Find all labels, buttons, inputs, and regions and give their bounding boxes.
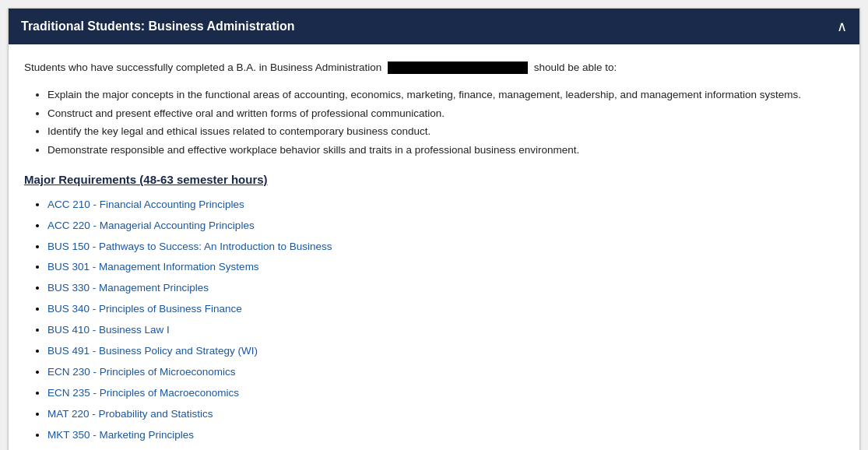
course-link-ecn230[interactable]: ECN 230 - Principles of Microeconomics: [47, 366, 236, 378]
panel-body: Students who have successfully completed…: [9, 44, 859, 450]
list-item: BUS 340 - Principles of Business Finance: [47, 300, 844, 318]
course-link-acc220[interactable]: ACC 220 - Managerial Accounting Principl…: [47, 220, 255, 231]
list-item: ECN 235 - Principles of Macroeconomics: [47, 384, 844, 403]
outcome-text-1: Explain the major concepts in the functi…: [47, 89, 801, 100]
outcome-item: Demonstrate responsible and effective wo…: [47, 142, 844, 159]
list-item: ACC 210 - Financial Accounting Principle…: [47, 195, 844, 214]
outcomes-list: Explain the major concepts in the functi…: [24, 86, 844, 158]
outcome-item: Construct and present effective oral and…: [47, 105, 844, 122]
intro-paragraph: Students who have successfully completed…: [24, 60, 844, 76]
list-item: BUS 301 - Management Information Systems: [47, 258, 844, 276]
panel-container: Traditional Students: Business Administr…: [8, 8, 860, 450]
course-list: ACC 210 - Financial Accounting Principle…: [24, 195, 844, 445]
outcome-text-3: Identify the key legal and ethical issue…: [47, 125, 430, 137]
list-item: ECN 230 - Principles of Microeconomics: [47, 363, 844, 381]
list-item: BUS 150 - Pathways to Success: An Introd…: [47, 237, 844, 256]
outcome-item: Explain the major concepts in the functi…: [47, 86, 844, 104]
intro-suffix: should be able to:: [534, 62, 617, 73]
major-requirements-heading: Major Requirements (48-63 semester hours…: [24, 173, 844, 186]
list-item: BUS 330 - Management Principles: [47, 279, 844, 297]
course-link-bus491[interactable]: BUS 491 - Business Policy and Strategy (…: [47, 345, 258, 357]
outcome-item: Identify the key legal and ethical issue…: [47, 123, 844, 140]
course-link-bus330[interactable]: BUS 330 - Management Principles: [47, 282, 209, 294]
course-link-acc210[interactable]: ACC 210 - Financial Accounting Principle…: [47, 199, 244, 210]
intro-prefix: Students who have successfully completed…: [24, 62, 381, 73]
course-link-mat220[interactable]: MAT 220 - Probability and Statistics: [47, 408, 213, 420]
outcome-text-2: Construct and present effective oral and…: [47, 107, 445, 119]
list-item: BUS 410 - Business Law I: [47, 321, 844, 339]
redacted-block: [388, 62, 528, 74]
course-link-bus150[interactable]: BUS 150 - Pathways to Success: An Introd…: [47, 241, 332, 252]
list-item: ACC 220 - Managerial Accounting Principl…: [47, 216, 844, 235]
course-link-bus301[interactable]: BUS 301 - Management Information Systems: [47, 261, 259, 272]
list-item: BUS 491 - Business Policy and Strategy (…: [47, 342, 844, 360]
course-link-mkt350[interactable]: MKT 350 - Marketing Principles: [47, 429, 194, 441]
panel-title: Traditional Students: Business Administr…: [21, 19, 294, 33]
panel-header: Traditional Students: Business Administr…: [9, 9, 859, 44]
outcome-text-4: Demonstrate responsible and effective wo…: [47, 144, 579, 156]
course-link-ecn235[interactable]: ECN 235 - Principles of Macroeconomics: [47, 387, 239, 399]
list-item: MKT 350 - Marketing Principles: [47, 426, 844, 445]
list-item: MAT 220 - Probability and Statistics: [47, 405, 844, 424]
course-link-bus340[interactable]: BUS 340 - Principles of Business Finance: [47, 303, 242, 315]
course-link-bus410[interactable]: BUS 410 - Business Law I: [47, 324, 170, 336]
chevron-up-icon[interactable]: ∧: [837, 18, 847, 35]
